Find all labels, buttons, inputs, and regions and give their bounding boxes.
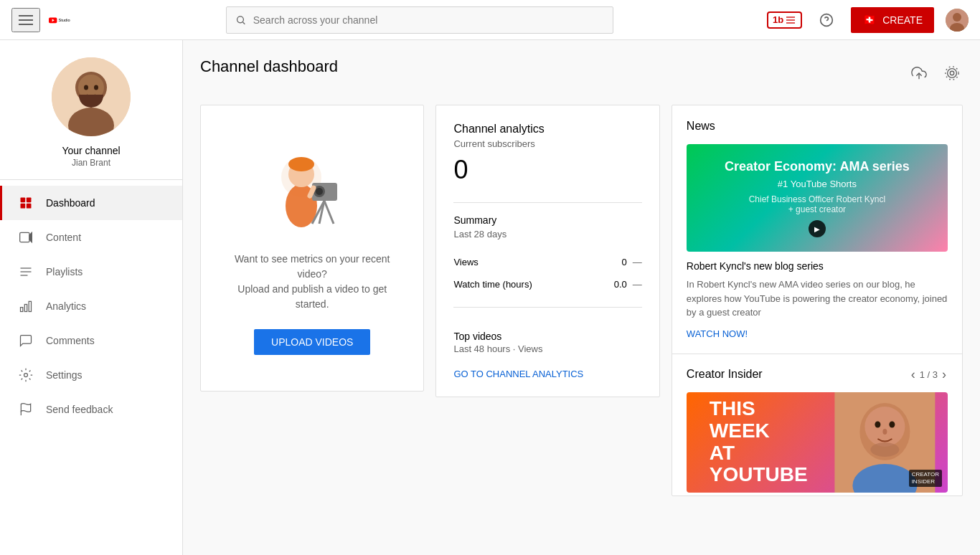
content-label: Content bbox=[46, 232, 81, 243]
youtube-play-icon: ▶ bbox=[809, 220, 826, 237]
avatar[interactable] bbox=[946, 9, 969, 32]
views-row: Views 0 — bbox=[453, 251, 641, 273]
svg-marker-24 bbox=[29, 232, 32, 242]
page-header: Channel dashboard bbox=[200, 57, 963, 90]
live-action-button[interactable] bbox=[941, 62, 963, 86]
video-icon bbox=[17, 229, 34, 246]
sidebar-profile: Your channel Jian Brant bbox=[0, 40, 182, 180]
upload-card: Want to see metrics on your recent video… bbox=[200, 105, 424, 392]
top-videos-title: Top videos bbox=[453, 331, 641, 342]
layout: Your channel Jian Brant Dashboard bbox=[0, 40, 980, 555]
sidebar: Your channel Jian Brant Dashboard bbox=[0, 40, 183, 555]
upload-prompt-text: Want to see metrics on your recent video… bbox=[224, 252, 400, 312]
live-icon bbox=[944, 65, 960, 81]
analytics-count: 0 bbox=[453, 155, 641, 185]
news-article-title: Robert Kyncl's new blog series bbox=[672, 260, 962, 272]
header-right: 1b 🇨🇭 CREATE bbox=[767, 7, 969, 33]
page-title: Channel dashboard bbox=[200, 57, 338, 76]
creator-insider-section: Creator Insider ‹ 1 / 3 › THISWEEKATYOUT… bbox=[672, 354, 962, 493]
avatar-image bbox=[946, 9, 969, 32]
comments-label: Comments bbox=[46, 335, 95, 346]
svg-point-40 bbox=[288, 157, 314, 171]
create-button[interactable]: 🇨🇭 CREATE bbox=[851, 7, 934, 33]
notification-badge[interactable]: 1b bbox=[767, 11, 802, 29]
svg-line-4 bbox=[242, 22, 245, 24]
header: Studio 1b 🇨🇭 CREATE bbox=[0, 0, 980, 40]
feedback-label: Send feedback bbox=[46, 404, 113, 415]
page-actions bbox=[908, 62, 963, 86]
hamburger-menu[interactable] bbox=[11, 8, 40, 32]
svg-rect-23 bbox=[20, 232, 29, 242]
upload-videos-button[interactable]: UPLOAD VIDEOS bbox=[254, 329, 370, 355]
svg-point-3 bbox=[237, 16, 243, 22]
svg-point-35 bbox=[948, 68, 957, 77]
views-value-group: 0 — bbox=[622, 257, 642, 267]
sidebar-item-playlists[interactable]: Playlists bbox=[0, 255, 182, 289]
creator-pagination: 1 / 3 bbox=[920, 369, 938, 380]
creator-thumbnail[interactable]: THISWEEKATYOUTUBE bbox=[687, 392, 948, 493]
svg-point-17 bbox=[84, 85, 88, 90]
creator-next-button[interactable]: › bbox=[941, 366, 948, 384]
svg-rect-20 bbox=[27, 198, 32, 203]
summary-period: Last 28 days bbox=[453, 229, 641, 239]
list-icon bbox=[17, 263, 34, 280]
news-article-text: In Robert Kyncl's new AMA video series o… bbox=[672, 278, 962, 320]
search-bar-container bbox=[226, 6, 613, 34]
watchtime-count: 0.0 bbox=[614, 279, 627, 290]
svg-point-43 bbox=[316, 188, 323, 195]
notification-count: 1b bbox=[773, 14, 783, 25]
main-content: Channel dashboard bbox=[183, 40, 980, 555]
profile-name: Jian Brant bbox=[72, 158, 110, 168]
svg-rect-28 bbox=[21, 308, 23, 312]
watchtime-value-group: 0.0 — bbox=[614, 279, 642, 290]
upload-action-button[interactable] bbox=[908, 62, 930, 86]
playlists-label: Playlists bbox=[46, 266, 83, 278]
sidebar-item-content[interactable]: Content bbox=[0, 220, 182, 255]
search-input[interactable] bbox=[253, 14, 604, 26]
sidebar-item-feedback[interactable]: Send feedback bbox=[0, 392, 182, 427]
svg-line-46 bbox=[324, 201, 334, 224]
analytics-card-title: Channel analytics bbox=[453, 123, 641, 136]
sidebar-item-settings[interactable]: Settings bbox=[0, 358, 182, 392]
creator-header: Creator Insider ‹ 1 / 3 › bbox=[687, 366, 948, 384]
help-circle-icon bbox=[819, 13, 834, 27]
sidebar-item-comments[interactable]: Comments bbox=[0, 323, 182, 358]
news-thumb-sub: Chief Business Officer Robert Kyncl+ gue… bbox=[749, 194, 886, 214]
watchtime-label: Watch time (hours) bbox=[453, 279, 532, 290]
svg-rect-22 bbox=[27, 204, 32, 209]
svg-point-11 bbox=[953, 13, 961, 22]
header-search bbox=[72, 6, 767, 34]
sidebar-item-analytics[interactable]: Analytics bbox=[0, 289, 182, 323]
logo[interactable]: Studio bbox=[49, 12, 72, 28]
profile-avatar[interactable] bbox=[52, 57, 131, 136]
watchtime-change: — bbox=[633, 279, 642, 290]
watchtime-row: Watch time (hours) 0.0 — bbox=[453, 273, 641, 295]
svg-rect-29 bbox=[24, 305, 27, 312]
help-button[interactable] bbox=[814, 7, 839, 33]
svg-rect-30 bbox=[29, 301, 31, 311]
sidebar-item-dashboard[interactable]: Dashboard bbox=[0, 186, 182, 220]
news-thumbnail: Creator Economy: AMA series #1 YouTube S… bbox=[687, 144, 948, 252]
svg-rect-19 bbox=[21, 198, 26, 203]
news-card-inner: News Creator Economy: AMA series #1 YouT… bbox=[672, 105, 962, 252]
flag-icon bbox=[17, 401, 34, 418]
creator-prev-button[interactable]: ‹ bbox=[910, 366, 917, 384]
news-watch-link[interactable]: WATCH NOW! bbox=[672, 328, 962, 339]
header-left: Studio bbox=[11, 8, 72, 32]
news-thumb-title: Creator Economy: AMA series #1 YouTube S… bbox=[713, 158, 921, 192]
svg-text:Studio: Studio bbox=[59, 18, 70, 22]
top-videos-section: Top videos Last 48 hours · Views bbox=[453, 319, 641, 354]
views-count: 0 bbox=[622, 257, 627, 267]
analytics-subtitle: Current subscribers bbox=[453, 138, 641, 149]
dashboard-label: Dashboard bbox=[46, 197, 95, 209]
creator-insider-title: Creator Insider bbox=[687, 368, 763, 381]
creator-thumb-text: THISWEEKATYOUTUBE bbox=[698, 392, 936, 493]
svg-point-31 bbox=[24, 374, 28, 377]
dashboard-grid: Want to see metrics on your recent video… bbox=[200, 105, 963, 496]
svg-rect-21 bbox=[21, 204, 26, 209]
menu-icon bbox=[785, 14, 796, 26]
svg-point-18 bbox=[94, 85, 98, 90]
settings-label: Settings bbox=[46, 369, 83, 381]
go-to-analytics-link[interactable]: GO TO CHANNEL ANALYTICS bbox=[453, 369, 641, 379]
creator-nav: ‹ 1 / 3 › bbox=[910, 366, 948, 384]
